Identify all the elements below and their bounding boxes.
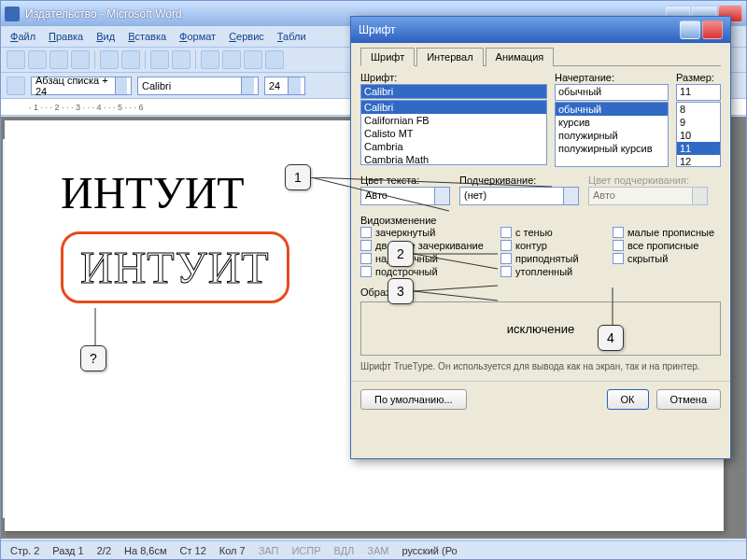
font-list[interactable]: Calibri Californian FB Calisto MT Cambri… <box>360 100 547 165</box>
svg-line-1 <box>311 177 449 211</box>
copy-icon[interactable] <box>222 50 241 69</box>
tab-font[interactable]: Шрифт <box>360 48 415 66</box>
chevron-down-icon[interactable] <box>115 77 127 94</box>
list-item[interactable]: Cambria Math <box>361 153 546 165</box>
research-icon[interactable] <box>172 50 190 69</box>
font-style-input[interactable]: обычный <box>555 84 669 101</box>
menu-table[interactable]: Табли <box>277 31 306 42</box>
style-label: Начертание: <box>555 72 669 83</box>
format-painter-icon[interactable] <box>265 50 284 69</box>
menu-view[interactable]: Вид <box>96 31 115 42</box>
font-hint: Шрифт TrueType. Он используется для выво… <box>360 361 721 371</box>
svg-line-4 <box>414 286 498 291</box>
menu-tools[interactable]: Сервис <box>229 31 264 42</box>
list-item[interactable]: 8 <box>677 103 720 116</box>
underline-color-label: Цвет подчеркивания: <box>588 175 708 186</box>
tab-animation[interactable]: Анимация <box>486 48 555 66</box>
list-item[interactable]: 11 <box>677 142 720 155</box>
svg-line-5 <box>414 291 498 301</box>
style-selector[interactable]: Абзац списка + 24 <box>31 77 132 95</box>
menu-insert[interactable]: Вставка <box>128 31 166 42</box>
checkbox-hidden[interactable]: скрытый <box>613 253 725 264</box>
status-lang[interactable]: русский (Ро <box>402 545 457 556</box>
list-item[interactable]: полужирный <box>556 129 668 142</box>
cancel-button[interactable]: Отмена <box>656 389 721 410</box>
font-value: Calibri <box>142 80 171 91</box>
list-item[interactable]: Cambria <box>361 140 546 153</box>
callout-question: ? <box>80 345 106 371</box>
cut-icon[interactable] <box>201 50 219 69</box>
style-list[interactable]: обычный курсив полужирный полужирный кур… <box>555 102 669 167</box>
tab-spacing[interactable]: Интервал <box>416 48 483 66</box>
status-rec: ЗАП <box>259 545 279 556</box>
permission-icon[interactable] <box>71 50 90 69</box>
callout-4-leader <box>611 287 614 327</box>
sample-text-outline: ИНТУИТ <box>80 242 270 293</box>
dialog-title: Шрифт <box>359 23 680 36</box>
status-ovr: ЗАМ <box>367 545 388 556</box>
status-at: На 8,6см <box>124 545 166 556</box>
dialog-titlebar: Шрифт <box>351 17 730 43</box>
callout-4: 4 <box>598 325 624 351</box>
list-item[interactable]: Calisto MT <box>361 127 546 140</box>
chevron-down-icon[interactable] <box>241 77 254 94</box>
spellcheck-icon[interactable] <box>150 50 169 69</box>
default-button[interactable]: По умолчанию... <box>360 389 467 410</box>
save-icon[interactable] <box>49 50 68 69</box>
list-item[interactable]: обычный <box>556 103 668 116</box>
preview-text: исключение <box>507 322 574 336</box>
callout-q-leader <box>93 308 97 347</box>
font-size-selector[interactable]: 24 <box>264 77 305 95</box>
list-item[interactable]: курсив <box>556 116 668 129</box>
chevron-down-icon[interactable] <box>288 77 301 94</box>
menu-format[interactable]: Формат <box>179 31 216 42</box>
list-item[interactable]: Californian FB <box>361 114 546 127</box>
status-pages: 2/2 <box>97 545 111 556</box>
paste-icon[interactable] <box>244 50 262 69</box>
callout-1-leader <box>311 177 554 243</box>
callout-3: 3 <box>388 278 414 304</box>
size-label: Размер: <box>676 72 721 83</box>
chevron-down-icon[interactable] <box>564 187 579 205</box>
size-list[interactable]: 8 9 10 11 12 <box>676 102 721 167</box>
list-item[interactable]: полужирный курсив <box>556 142 668 155</box>
toolbar-separator <box>195 50 196 69</box>
menu-edit[interactable]: Правка <box>49 31 83 42</box>
list-item[interactable]: 12 <box>677 155 720 167</box>
size-value: 24 <box>269 80 280 91</box>
toolbar-separator <box>145 50 146 69</box>
font-name-input[interactable]: Calibri <box>360 84 547 99</box>
dialog-close-button[interactable] <box>702 21 723 39</box>
svg-line-3 <box>414 254 498 269</box>
dialog-tabs: Шрифт Интервал Анимация <box>360 47 721 66</box>
underline-color-value: Авто <box>588 187 693 205</box>
print-preview-icon[interactable] <box>121 50 140 69</box>
status-section: Разд 1 <box>52 545 83 556</box>
dialog-help-button[interactable] <box>680 21 700 39</box>
callout-2: 2 <box>388 241 414 267</box>
list-item[interactable]: 10 <box>677 129 720 142</box>
font-label: Шрифт: <box>360 72 547 83</box>
list-item[interactable]: Calibri <box>361 101 546 114</box>
font-size-input[interactable]: 11 <box>676 84 721 101</box>
ok-button[interactable]: ОК <box>607 389 649 410</box>
styles-pane-icon[interactable] <box>7 77 25 95</box>
print-icon[interactable] <box>100 50 119 69</box>
status-page: Стр. 2 <box>10 545 39 556</box>
style-value: Абзац списка + 24 <box>35 75 115 97</box>
underline-color-combo: Авто <box>588 187 708 205</box>
toolbar-separator <box>94 50 95 69</box>
checkbox-allcaps[interactable]: все прописные <box>613 240 725 251</box>
open-icon[interactable] <box>28 50 47 69</box>
font-selector[interactable]: Calibri <box>137 77 259 95</box>
status-bar: Стр. 2 Разд 1 2/2 На 8,6см Ст 12 Кол 7 З… <box>1 540 746 559</box>
word-app-icon <box>5 7 20 21</box>
status-line: Ст 12 <box>180 545 206 556</box>
list-item[interactable]: 9 <box>677 116 720 129</box>
chevron-down-icon <box>693 187 708 205</box>
status-col: Кол 7 <box>219 545 246 556</box>
new-doc-icon[interactable] <box>7 50 25 69</box>
menu-file[interactable]: Файл <box>10 31 35 42</box>
checkbox-smallcaps[interactable]: малые прописные <box>613 227 725 238</box>
status-trk: ИСПР <box>291 545 320 556</box>
